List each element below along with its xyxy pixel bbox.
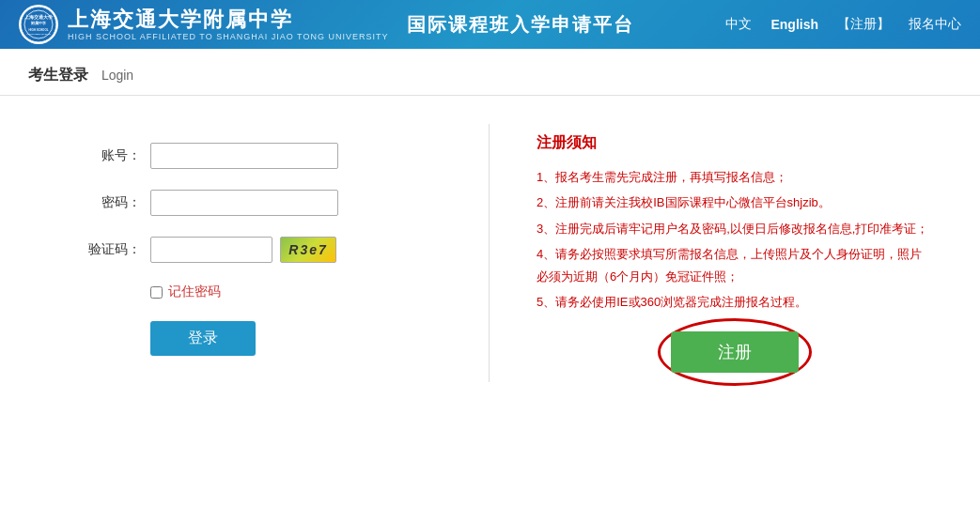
header: 上海交通大学 附属中学 HIGH SCHOOL AFFILIATED TO SJ…: [0, 0, 980, 49]
notice-item-4: 4、请务必按照要求填写所需报名信息，上传照片及个人身份证明，照片必须为近期（6个…: [537, 243, 933, 287]
svg-text:AFFILIATED TO SJTU: AFFILIATED TO SJTU: [26, 33, 51, 36]
header-title-block: 上海交通大学附属中学 HIGH SCHOOL AFFILIATED TO SHA…: [68, 8, 388, 41]
main-content: 账号： 密码： 验证码： R3e7 记住密码: [0, 96, 980, 410]
admission-link[interactable]: 报名中心: [909, 16, 961, 33]
login-btn-row: 登录: [150, 321, 423, 356]
remember-row: 记住密码: [150, 284, 423, 300]
captcha-input[interactable]: [150, 237, 272, 263]
notice-item-2: 2、注册前请关注我校IB国际课程中心微信平台shjzib。: [537, 192, 933, 213]
page-title-zh: 考生登录: [28, 67, 88, 83]
password-row: 密码：: [85, 190, 423, 216]
notice-section: 注册须知 1、报名考生需先完成注册，再填写报名信息； 2、注册前请关注我校IB国…: [518, 124, 952, 382]
register-btn-row: 注册: [537, 331, 933, 373]
notice-title: 注册须知: [537, 133, 933, 153]
notice-list: 1、报名考生需先完成注册，再填写报名信息； 2、注册前请关注我校IB国际课程中心…: [537, 166, 933, 313]
password-label: 密码：: [85, 194, 141, 211]
content: 考生登录 Login 账号： 密码： 验证码： R3e7: [0, 49, 980, 522]
header-left: 上海交通大学 附属中学 HIGH SCHOOL AFFILIATED TO SJ…: [19, 5, 634, 44]
header-nav: 中文 English 【注册】 报名中心: [725, 16, 961, 33]
login-section: 账号： 密码： 验证码： R3e7 记住密码: [28, 124, 460, 382]
svg-text:上海交通大学: 上海交通大学: [24, 14, 53, 20]
account-label: 账号：: [85, 147, 141, 164]
captcha-image[interactable]: R3e7: [280, 237, 336, 263]
english-lang-link[interactable]: English: [770, 17, 818, 32]
chinese-lang-link[interactable]: 中文: [725, 16, 752, 33]
school-name: 上海交通大学附属中学: [68, 8, 388, 32]
page-title-en: Login: [101, 68, 133, 83]
captcha-row: 验证码： R3e7: [85, 237, 423, 263]
password-input[interactable]: [150, 190, 338, 216]
remember-label: 记住密码: [168, 284, 221, 300]
school-name-sub: HIGH SCHOOL AFFILIATED TO SHANGHAI JIAO …: [68, 32, 388, 41]
school-logo: 上海交通大学 附属中学 HIGH SCHOOL AFFILIATED TO SJ…: [19, 5, 58, 44]
account-row: 账号：: [85, 143, 423, 169]
captcha-group: R3e7: [150, 237, 336, 263]
register-link[interactable]: 【注册】: [837, 16, 890, 33]
notice-item-3: 3、注册完成后请牢记用户名及密码,以便日后修改报名信息,打印准考证；: [537, 218, 933, 239]
platform-title: 国际课程班入学申请平台: [407, 12, 634, 38]
register-btn-wrapper: 注册: [671, 331, 799, 373]
notice-item-5: 5、请务必使用IE或360浏览器完成注册报名过程。: [537, 291, 933, 313]
notice-item-1: 1、报名考生需先完成注册，再填写报名信息；: [537, 166, 933, 188]
page-title-bar: 考生登录 Login: [0, 49, 980, 96]
svg-text:附属中学: 附属中学: [31, 21, 46, 25]
svg-text:HIGH SCHOOL: HIGH SCHOOL: [28, 28, 48, 32]
remember-checkbox[interactable]: [150, 286, 163, 299]
divider: [489, 124, 490, 382]
register-button[interactable]: 注册: [671, 331, 799, 373]
login-button[interactable]: 登录: [150, 321, 256, 356]
captcha-label: 验证码：: [85, 241, 141, 258]
account-input[interactable]: [150, 143, 338, 169]
